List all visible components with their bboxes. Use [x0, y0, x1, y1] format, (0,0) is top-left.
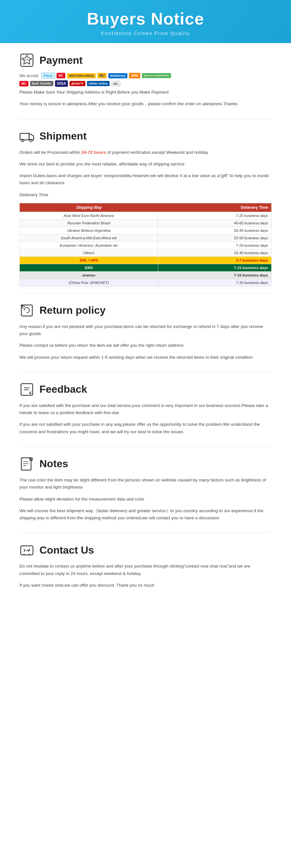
page-title: Buyers Notice: [6, 9, 285, 29]
table-row: Ukraine Belarus Argentina20-45 business …: [20, 227, 271, 234]
contact-icon: [20, 542, 34, 558]
shipment-section: Shipment Orders will be Processed within…: [0, 119, 291, 293]
table-header-time: Delievery Time: [158, 203, 271, 212]
debito-logo: Débito Online: [87, 81, 110, 86]
table-cell-time: 7-15 business days: [158, 271, 271, 279]
table-cell-time: 7-25 business days: [158, 212, 271, 219]
table-cell-time: 25-50 business days: [158, 234, 271, 242]
return-para2: Please contact us before you return the …: [20, 342, 271, 349]
mastercard-logo: MC: [57, 73, 66, 79]
table-cell-way: EMS: [20, 264, 158, 271]
feedback-title: Feedback: [39, 383, 87, 395]
table-cell-time: 7-20 business days: [158, 242, 271, 249]
alipay-logo: Alipay: [41, 73, 55, 79]
table-row: aramex7-15 business days: [20, 271, 271, 279]
table-row: European / America / Australian etc7-20 …: [20, 242, 271, 249]
visa-logo: VISA: [55, 80, 68, 87]
feedback-icon: [20, 382, 34, 397]
table-cell-time: 7-15 business days: [158, 279, 271, 286]
shipping-table: Shipping Way Delievery Time Asia West Eu…: [20, 203, 271, 286]
payment-body: We accept Alipay MC WESTERN UNION WU Web…: [20, 73, 271, 108]
payment-section: Payment We accept Alipay MC WESTERN UNIO…: [0, 43, 291, 119]
return-header: Return policy: [20, 303, 271, 318]
etc-logo: etc.: [111, 81, 120, 87]
table-row: Russian Federation Brazil40-60 business …: [20, 219, 271, 227]
feedback-body: If you are satisfied with the purchase a…: [20, 402, 271, 435]
dengi-logo: ДЕНЬГИ: [70, 81, 85, 86]
table-cell-way: DHL / UPS: [20, 256, 158, 264]
page-header: Buyers Notice Confidence Comes From Qual…: [0, 0, 291, 43]
svg-rect-7: [21, 305, 32, 316]
feedback-para2: If you are not satisfied with your purch…: [20, 421, 271, 435]
accept-label: We accept: [20, 73, 38, 78]
table-cell-time: 20-45 business days: [158, 227, 271, 234]
table-cell-time: 3-7 business days: [158, 256, 271, 264]
table-header-way: Shipping Way: [20, 203, 158, 212]
notes-header: Notes: [20, 457, 271, 471]
shipment-title: Shipment: [39, 130, 87, 142]
delivery-label: Delievery Time: [20, 191, 271, 198]
shipment-header: Shipment: [20, 129, 271, 144]
svg-rect-3: [20, 133, 29, 140]
contact-title: Contact Us: [39, 544, 94, 556]
table-row: EMS7-15 business days: [20, 264, 271, 271]
payment-note2: Your money is secure in aliexpress.After…: [20, 100, 271, 107]
payment-logos-row: We accept Alipay MC WESTERN UNION WU Web…: [20, 73, 271, 79]
shipment-icon: [20, 129, 34, 144]
table-cell-way: aramex: [20, 271, 158, 279]
shipment-body: Orders will be Processed within 24-72 ho…: [20, 149, 271, 286]
return-para3: We will process your return request with…: [20, 354, 271, 361]
table-row: Others15-45 business days: [20, 249, 271, 256]
wu-logo: WU: [97, 73, 107, 79]
svg-line-19: [24, 550, 25, 552]
table-cell-way: Asia West Euro North America: [20, 212, 158, 219]
page-subtitle: Confidence Comes From Quality: [6, 30, 285, 36]
shipment-highlight: 24-72 hours: [81, 150, 106, 155]
shipment-para3: Import Duties,taxes and charges are buye…: [20, 172, 271, 187]
payment-header: Payment: [20, 53, 271, 68]
feedback-header: Feedback: [20, 382, 271, 397]
payment-title: Payment: [39, 54, 82, 66]
table-row: South America,Mid-East Africa etc25-50 b…: [20, 234, 271, 242]
notes-section: Notes The real color the item may be sli…: [0, 447, 291, 533]
table-cell-time: 15-45 business days: [158, 249, 271, 256]
payment-logos-row2: MC Bank Transfer VISA ДЕНЬГИ Débito Onli…: [20, 80, 271, 87]
return-title: Return policy: [39, 304, 105, 316]
table-row: (China Post -EPACKET)7-15 business days: [20, 279, 271, 286]
shipment-para1-suffix: of payment verification,except Weekend a…: [106, 150, 208, 155]
table-cell-way: Ukraine Belarus Argentina: [20, 227, 158, 234]
shipment-para1-prefix: Orders will be Processed within: [20, 150, 81, 155]
notes-title: Notes: [39, 458, 68, 470]
table-cell-way: (China Post -EPACKET): [20, 279, 158, 286]
table-cell-way: Others: [20, 249, 158, 256]
return-body: Any reason,if you are not pleased with y…: [20, 323, 271, 361]
payment-note1: Please Make Sure Your Shipping Address i…: [20, 89, 271, 96]
table-cell-time: 7-15 business days: [158, 264, 271, 271]
table-cell-way: South America,Mid-East Africa etc: [20, 234, 158, 242]
return-section: Return policy Any reason,if you are not …: [0, 293, 291, 372]
notes-para2: Please allow slight deviation for the me…: [20, 496, 271, 503]
feedback-para1: If you are satisfied with the purchase a…: [20, 402, 271, 417]
return-icon: [20, 303, 34, 318]
shipment-para2: We strive our best to provide you the mo…: [20, 161, 271, 168]
bank-transfer-logo: Bank Transfer: [30, 81, 53, 86]
payment-icon: [20, 53, 34, 68]
notes-para1: The real color the item may be slight di…: [20, 476, 271, 491]
table-row: DHL / UPS3-7 business days: [20, 256, 271, 264]
contact-section: Contact Us Do not hesitate to contact us…: [0, 533, 291, 600]
contact-para1: Do not hesitate to contact us anytime be…: [20, 563, 271, 577]
webmoney-logo: WebMoney: [108, 73, 128, 79]
notes-para3: We will choose the best shipment way（fas…: [20, 507, 271, 522]
mastercard2-logo: MC: [20, 81, 29, 87]
boleto-logo: BOLETO BANCÁRIO: [142, 73, 171, 78]
contact-para2: If you want mixed ored,we can offer you …: [20, 582, 271, 589]
return-para1: Any reason,if you are not pleased with y…: [20, 323, 271, 338]
contact-body: Do not hesitate to contact us anytime be…: [20, 563, 271, 589]
table-cell-time: 40-60 business days: [158, 219, 271, 227]
notes-icon: [20, 457, 34, 471]
notes-body: The real color the item may be slight di…: [20, 476, 271, 522]
western-union-logo: WESTERN UNION: [67, 73, 96, 79]
table-cell-way: European / America / Australian etc: [20, 242, 158, 249]
feedback-section: Feedback If you are satisfied with the p…: [0, 372, 291, 446]
shipment-para1: Orders will be Processed within 24-72 ho…: [20, 149, 271, 156]
